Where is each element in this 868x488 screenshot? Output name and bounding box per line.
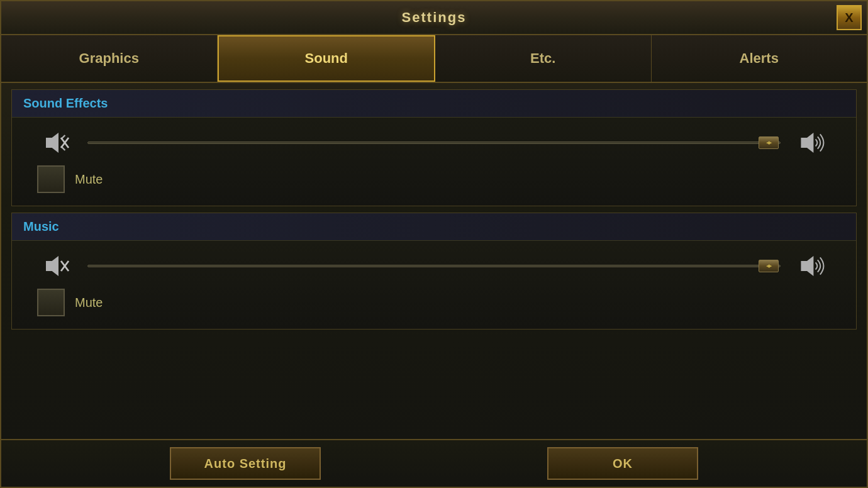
sound-effects-mute-checkbox[interactable] [37,165,65,193]
sound-effects-section: Sound Effects [11,89,857,206]
music-slider-row [37,253,831,279]
tab-alerts[interactable]: Alerts [652,35,867,82]
sound-effects-mute-row: Mute [37,165,831,193]
music-section: Music [11,213,857,330]
music-slider-track [87,265,781,267]
music-speaker-left-icon [37,253,75,279]
sound-effects-speaker-right-icon [793,130,831,155]
tabs-bar: Graphics Sound Etc. Alerts [1,35,867,83]
sound-effects-speaker-left-icon [37,130,75,155]
svg-marker-6 [801,133,813,153]
content-area: Sound Effects [1,83,867,439]
svg-marker-7 [46,256,58,276]
music-body: Mute [12,241,856,329]
tab-graphics-label: Graphics [79,50,139,67]
music-mute-checkbox[interactable] [37,289,65,316]
sound-effects-slider-row [37,130,831,155]
svg-marker-10 [801,256,813,276]
music-slider[interactable] [87,260,781,272]
sound-effects-title: Sound Effects [23,96,108,110]
sound-effects-slider-track [87,141,781,144]
tab-etc[interactable]: Etc. [435,35,652,82]
ok-button[interactable]: OK [547,447,698,480]
tab-sound[interactable]: Sound [218,35,436,82]
music-header: Music [12,213,856,241]
sound-effects-slider-thumb[interactable] [759,136,779,149]
sound-effects-slider[interactable] [87,136,781,149]
music-title: Music [23,219,59,233]
music-mute-row: Mute [37,289,831,316]
music-speaker-right-icon [793,253,831,279]
sound-effects-body: Mute [12,118,856,206]
svg-marker-0 [46,133,58,153]
bottom-bar: Auto Setting OK [1,439,867,487]
tab-sound-label: Sound [305,50,348,67]
music-mute-label: Mute [75,296,103,310]
title-bar: Settings X [1,1,867,35]
tab-graphics[interactable]: Graphics [1,35,218,82]
close-button[interactable]: X [837,5,862,30]
window-title: Settings [402,9,467,26]
music-slider-thumb[interactable] [759,260,779,272]
auto-setting-button[interactable]: Auto Setting [170,447,321,480]
sound-effects-header: Sound Effects [12,90,856,118]
sound-effects-mute-label: Mute [75,172,103,187]
tab-etc-label: Etc. [530,50,555,67]
tab-alerts-label: Alerts [740,50,779,67]
settings-window: Settings X Graphics Sound Etc. Alerts So… [0,0,868,488]
